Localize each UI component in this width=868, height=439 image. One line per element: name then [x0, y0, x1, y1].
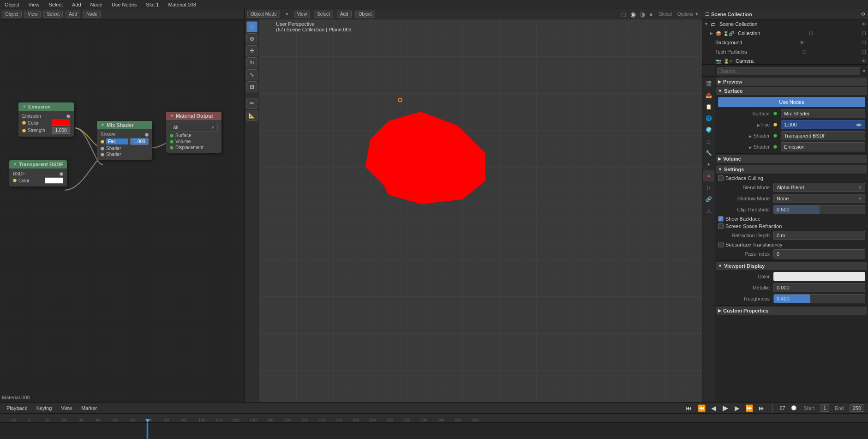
- node-transparent[interactable]: ▼ Transparent BSDF BSDF Color: [9, 160, 67, 186]
- viewport-object-mode-btn[interactable]: Object Mode: [247, 11, 280, 18]
- blend-mode-dropdown[interactable]: Alpha Blend ▼: [773, 183, 865, 192]
- toolbar-node-btn[interactable]: Node: [83, 11, 101, 18]
- emission-strength-value[interactable]: 1.000: [52, 127, 70, 134]
- menu-use-nodes[interactable]: Use Nodes: [109, 2, 139, 7]
- vp-metallic-value[interactable]: 0.000: [773, 283, 865, 292]
- tool-measure[interactable]: 📐: [246, 110, 257, 121]
- viewport-object-btn[interactable]: Object: [355, 11, 375, 18]
- prop-search-options[interactable]: ▼: [862, 69, 866, 73]
- tool-annotate[interactable]: ✏: [246, 98, 257, 109]
- timeline-view-btn[interactable]: View: [58, 405, 75, 411]
- viewport-add-btn[interactable]: Add: [337, 11, 352, 18]
- prop-tab-world[interactable]: 🌍: [703, 124, 714, 135]
- end-frame-input[interactable]: 250: [850, 404, 864, 412]
- timeline-playback-btn[interactable]: Playback: [4, 405, 30, 411]
- viewport[interactable]: Object Mode ▼ View Select Add Object ◻ ◉…: [245, 9, 702, 402]
- subsurface-translucency-checkbox[interactable]: [718, 242, 724, 247]
- surface-value[interactable]: Mix Shader: [781, 109, 865, 118]
- show-backface-checkbox[interactable]: [718, 216, 724, 222]
- menu-node[interactable]: Node: [88, 2, 105, 7]
- play-btn-next-frame[interactable]: ▶: [735, 404, 740, 412]
- start-frame-input[interactable]: 1: [820, 404, 829, 412]
- outliner-collection[interactable]: ▶ 📦 ⌛🔗 Collection ☐ ☐: [702, 29, 868, 38]
- viewport-shading-render[interactable]: ●: [649, 11, 652, 18]
- shader1-value[interactable]: Transparent BSDF: [781, 131, 865, 140]
- transparent-color-swatch[interactable]: [45, 177, 63, 184]
- toolbar-add-btn[interactable]: Add: [66, 11, 80, 18]
- custom-props-header[interactable]: ▶ Custom Properties: [716, 307, 867, 315]
- shadow-mode-dropdown[interactable]: None ▼: [773, 194, 865, 203]
- tool-rotate[interactable]: ↻: [246, 57, 257, 68]
- transparent-color-row[interactable]: Color: [13, 177, 63, 184]
- emission-color-swatch[interactable]: [52, 120, 70, 126]
- volume-section-header[interactable]: ▶ Volume: [716, 155, 867, 163]
- viewport-select-btn[interactable]: Select: [314, 11, 333, 18]
- menu-object[interactable]: Object: [2, 2, 22, 7]
- scene-collection-visibility[interactable]: 👁: [862, 22, 866, 27]
- outliner-tech-particles[interactable]: Tech Particles ☐ ☐: [702, 47, 868, 56]
- play-btn-next[interactable]: ⏩: [745, 404, 753, 412]
- surface-section-header[interactable]: ▼ Surface: [716, 87, 867, 95]
- prop-search-input[interactable]: [717, 67, 860, 75]
- outliner-camera[interactable]: 📷 ⌛✐ Camera 👁: [702, 56, 868, 65]
- preview-section-header[interactable]: ▶ Preview: [716, 78, 867, 86]
- output-dropdown-row[interactable]: All ▼: [170, 123, 218, 132]
- shader1-triangle[interactable]: ▶: [749, 134, 752, 138]
- mix-fac-label[interactable]: Fac: [106, 138, 128, 144]
- viewport-view-btn[interactable]: View: [294, 11, 311, 18]
- menu-select[interactable]: Select: [46, 2, 66, 7]
- prop-tab-view-layer[interactable]: 📋: [703, 101, 714, 112]
- outliner-filter-btn[interactable]: ⚙: [861, 12, 865, 17]
- prop-tab-object-data[interactable]: △: [703, 205, 714, 216]
- prop-tab-modifier[interactable]: 🔧: [703, 147, 714, 158]
- toolbar-object-btn[interactable]: Object: [2, 11, 22, 18]
- use-nodes-btn[interactable]: Use Nodes: [718, 97, 865, 107]
- prop-tab-data[interactable]: ▷: [703, 182, 714, 193]
- menu-slot[interactable]: Slot 1: [143, 2, 162, 7]
- tech-particles-render[interactable]: ☐: [862, 49, 866, 54]
- timeline-keying-btn[interactable]: Keying: [34, 405, 55, 411]
- tech-particles-visibility[interactable]: ☐: [802, 49, 807, 54]
- tool-scale[interactable]: ⤡: [246, 69, 257, 80]
- vp-roughness-value[interactable]: 0.400: [773, 294, 865, 303]
- refraction-depth-value[interactable]: 0 m: [773, 231, 865, 240]
- toolbar-select-btn[interactable]: Select: [43, 11, 63, 18]
- viewport-shading-material[interactable]: ◑: [640, 11, 645, 18]
- shader2-value[interactable]: Emission: [781, 142, 865, 151]
- fac-value-field[interactable]: 1.000 ◀▶: [781, 120, 865, 129]
- outliner-scene-collection[interactable]: ▼ 🗃 Scene Collection 👁: [702, 19, 868, 29]
- vp-color-value[interactable]: [773, 272, 865, 281]
- prop-tab-object[interactable]: ◻: [703, 136, 714, 147]
- output-target-dropdown[interactable]: All ▼: [170, 123, 218, 132]
- viewport-canvas[interactable]: User Perspective (67) Scene Collection |…: [259, 19, 702, 402]
- timeline-marker-btn[interactable]: Marker: [78, 405, 100, 411]
- collection-render[interactable]: ☐: [862, 31, 866, 36]
- tool-select[interactable]: ⊹: [246, 21, 257, 32]
- menu-add[interactable]: Add: [69, 2, 84, 7]
- node-mix-shader[interactable]: ▼ Mix Shader Shader Fac 1.000: [97, 121, 152, 160]
- prop-tab-particles[interactable]: ✦: [703, 159, 714, 170]
- emission-color-row[interactable]: Color: [22, 120, 70, 126]
- prop-tab-output[interactable]: 📤: [703, 90, 714, 101]
- backface-culling-checkbox[interactable]: [718, 175, 724, 181]
- viewport-shading-wire[interactable]: ◻: [621, 11, 627, 18]
- clip-threshold-value[interactable]: 0.500: [773, 205, 865, 214]
- node-emission[interactable]: ▼ Emission Emission Color Str: [18, 102, 74, 137]
- menu-view[interactable]: View: [26, 2, 42, 7]
- play-btn-prev[interactable]: ⏪: [698, 404, 706, 412]
- settings-section-header[interactable]: ▼ Settings: [716, 165, 867, 174]
- play-btn-play[interactable]: ▶: [723, 403, 728, 412]
- menu-material[interactable]: Material.008: [165, 2, 199, 7]
- shader2-triangle[interactable]: ▶: [749, 145, 752, 150]
- play-btn-end[interactable]: ⏭: [759, 404, 765, 412]
- collection-visibility[interactable]: ☐: [809, 31, 813, 36]
- node-material-output[interactable]: ▼ Material Output All ▼ Surface: [166, 112, 221, 153]
- prop-tab-render[interactable]: 🎬: [703, 78, 714, 89]
- play-btn-start[interactable]: ⏮: [686, 404, 692, 412]
- outliner-background[interactable]: Background 👁 ☐: [702, 38, 868, 47]
- tool-cursor[interactable]: ⊕: [246, 33, 257, 44]
- viewport-display-header[interactable]: ▼ Viewport Display: [716, 262, 867, 270]
- tool-transform[interactable]: ⊞: [246, 81, 257, 92]
- prop-tab-scene[interactable]: 🌐: [703, 113, 714, 124]
- prop-tab-material[interactable]: ●: [703, 170, 714, 181]
